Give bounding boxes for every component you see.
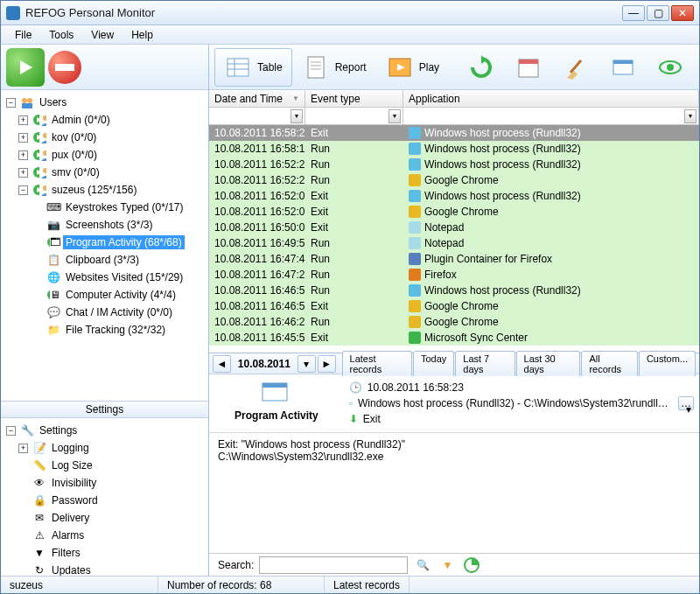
- table-row[interactable]: 10.08.2011 16:58:13RunWindows host proce…: [209, 141, 699, 157]
- search-input[interactable]: [259, 556, 408, 574]
- cell-app: Notepad: [403, 237, 699, 249]
- tree-label: smv (0*/0): [49, 165, 102, 179]
- range-tab[interactable]: Custom...: [639, 351, 696, 376]
- tree-row[interactable]: 📏Log Size: [3, 457, 206, 474]
- table-row[interactable]: 10.08.2011 16:52:20RunGoogle Chrome: [209, 172, 699, 188]
- range-tab[interactable]: Today: [413, 351, 454, 376]
- tree-expander[interactable]: −: [6, 98, 16, 108]
- table-row[interactable]: 10.08.2011 16:52:20RunWindows host proce…: [209, 157, 699, 172]
- tree-row[interactable]: ↻Updates: [3, 562, 206, 576]
- tree-row[interactable]: 🗔Program Activity (68*/68): [3, 234, 206, 251]
- users-tree[interactable]: −Users+Admin (0*/0)+kov (0*/0)+pux (0*/0…: [1, 90, 208, 401]
- close-button[interactable]: ✕: [671, 5, 694, 21]
- tree-row[interactable]: ⌨Keystrokes Typed (0*/17): [3, 199, 206, 216]
- minimize-button[interactable]: —: [622, 5, 645, 21]
- filter-icon[interactable]: ▼: [438, 556, 457, 574]
- tree-row[interactable]: +pux (0*/0): [3, 146, 206, 164]
- view-table-button[interactable]: Table: [214, 48, 292, 87]
- tree-row[interactable]: 🌐Websites Visited (15*/29): [3, 269, 206, 286]
- table-row[interactable]: 10.08.2011 16:46:56ExitGoogle Chrome: [209, 298, 699, 314]
- menu-tools[interactable]: Tools: [42, 27, 80, 43]
- eye-icon: [656, 53, 684, 81]
- open-window-button[interactable]: [599, 48, 647, 87]
- tree-row[interactable]: 📋Clipboard (3*/3): [3, 251, 206, 269]
- right-pane: Table Report Play Date an: [209, 45, 699, 576]
- tree-row[interactable]: +smv (0*/0): [3, 164, 206, 181]
- start-monitoring-button[interactable]: [6, 48, 45, 87]
- play-button[interactable]: Play: [376, 48, 449, 87]
- tree-row[interactable]: +📝Logging: [3, 439, 206, 457]
- tree-row[interactable]: −Users: [3, 94, 206, 111]
- table-body[interactable]: 10.08.2011 16:58:23ExitWindows host proc…: [209, 125, 699, 353]
- refresh-button[interactable]: [458, 48, 505, 87]
- range-tab[interactable]: Last 7 days: [455, 351, 514, 376]
- tree-expander[interactable]: +: [18, 168, 28, 178]
- tree-row[interactable]: 💬Chat / IM Activity (0*/0): [3, 304, 206, 321]
- clear-button[interactable]: [552, 48, 599, 87]
- tree-expander[interactable]: +: [18, 150, 28, 160]
- next-date-button[interactable]: ►: [318, 355, 336, 373]
- range-tabs: Latest recordsTodayLast 7 daysLast 30 da…: [341, 351, 696, 376]
- cell-app: Google Chrome: [403, 206, 699, 218]
- app-icon: [409, 253, 421, 265]
- filter-date-dropdown[interactable]: ▾: [290, 109, 303, 123]
- filter-event-dropdown[interactable]: ▾: [388, 109, 401, 123]
- filter-app-dropdown[interactable]: ▾: [684, 109, 696, 123]
- detail-line-1: Exit: "Windows host process (Rundll32)": [218, 438, 690, 451]
- calendar-button[interactable]: [505, 48, 552, 87]
- tree-row[interactable]: 📷Screenshots (3*/3): [3, 216, 206, 234]
- table-row[interactable]: 10.08.2011 16:46:22RunGoogle Chrome: [209, 314, 699, 330]
- menu-view[interactable]: View: [84, 27, 121, 43]
- table-row[interactable]: 10.08.2011 16:46:56RunWindows host proce…: [209, 283, 699, 298]
- progress-icon[interactable]: [462, 556, 481, 574]
- prev-date-button[interactable]: ◄: [213, 355, 231, 373]
- tree-expander[interactable]: +: [18, 115, 28, 125]
- col-date[interactable]: Date and Time▼: [209, 90, 305, 107]
- tree-row[interactable]: 👁Invisibility: [3, 474, 206, 492]
- settings-tree[interactable]: −🔧Settings+📝Logging📏Log Size👁Invisibilit…: [1, 418, 208, 576]
- table-row[interactable]: 10.08.2011 16:47:49RunPlugin Container f…: [209, 251, 699, 267]
- table-row[interactable]: 10.08.2011 16:49:58RunNotepad: [209, 235, 699, 251]
- settings-toggle[interactable]: Settings ▾: [1, 401, 208, 418]
- tree-row[interactable]: 📁File Tracking (32*/32): [3, 321, 206, 339]
- table-row[interactable]: 10.08.2011 16:58:23ExitWindows host proc…: [209, 125, 699, 141]
- maximize-button[interactable]: ▢: [647, 5, 669, 21]
- table-row[interactable]: 10.08.2011 16:47:23RunFirefox: [209, 267, 699, 283]
- tree-row[interactable]: +Admin (0*/0): [3, 111, 206, 129]
- tree-row[interactable]: −suzeus (125*/156): [3, 181, 206, 199]
- tree-label: Delivery: [49, 511, 92, 525]
- menu-help[interactable]: Help: [124, 27, 160, 43]
- range-tab[interactable]: Latest records: [342, 351, 412, 376]
- exit-icon: ⬇: [349, 413, 358, 425]
- tree-row[interactable]: 🔒Password: [3, 492, 206, 509]
- view-report-button[interactable]: Report: [292, 48, 376, 87]
- tree-row[interactable]: 🖥Computer Activity (4*/4): [3, 286, 206, 304]
- tree-node-icon: [32, 130, 46, 144]
- tree-row[interactable]: ⚠Alarms: [3, 527, 206, 544]
- col-app[interactable]: Application: [403, 90, 699, 107]
- tree-row[interactable]: ▼Filters: [3, 544, 206, 562]
- range-tab[interactable]: All records: [581, 351, 638, 376]
- tree-expander[interactable]: +: [18, 444, 28, 453]
- stealth-button[interactable]: [647, 48, 694, 87]
- col-event[interactable]: Event type: [305, 90, 403, 107]
- range-tab[interactable]: Last 30 days: [516, 351, 581, 376]
- table-row[interactable]: 10.08.2011 16:50:03ExitNotepad: [209, 220, 699, 235]
- tree-row[interactable]: −🔧Settings: [3, 422, 206, 439]
- tree-expander[interactable]: +: [18, 133, 28, 143]
- tree-row[interactable]: ✉Delivery: [3, 509, 206, 527]
- tree-expander[interactable]: −: [6, 426, 16, 436]
- search-icon[interactable]: 🔍: [413, 556, 432, 574]
- table-row[interactable]: 10.08.2011 16:45:57ExitMicrosoft Sync Ce…: [209, 330, 699, 346]
- menu-file[interactable]: File: [8, 27, 38, 43]
- table-row[interactable]: 10.08.2011 16:52:02ExitGoogle Chrome: [209, 204, 699, 220]
- tree-row[interactable]: +kov (0*/0): [3, 129, 206, 146]
- tree-expander[interactable]: −: [18, 185, 28, 195]
- cell-date: 10.08.2011 16:49:58: [209, 237, 305, 249]
- date-picker-button[interactable]: ▾: [298, 355, 316, 373]
- tree-node-icon: 👁: [32, 476, 46, 490]
- cell-app: Windows host process (Rundll32): [403, 158, 699, 171]
- stop-monitoring-button[interactable]: [48, 51, 81, 84]
- tree-label: Logging: [49, 441, 92, 455]
- table-row[interactable]: 10.08.2011 16:52:02ExitWindows host proc…: [209, 188, 699, 204]
